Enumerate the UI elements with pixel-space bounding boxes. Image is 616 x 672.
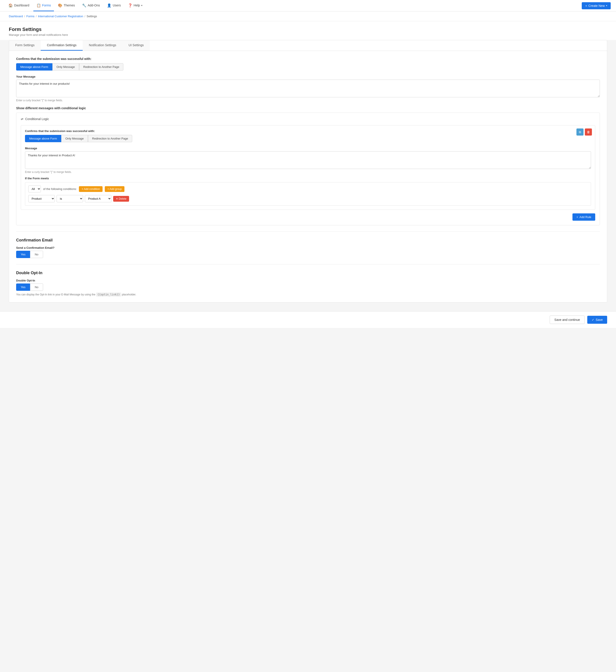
top-navigation: 🏠 Dashboard 📋 Forms 🎨 Themes 🔧 Add-Ons 👤…	[0, 0, 616, 11]
save-label: Save	[596, 318, 603, 321]
rule-type-group: Message above Form Only Message Redirect…	[25, 135, 591, 142]
nav-item-forms[interactable]: 📋 Forms	[33, 0, 54, 11]
users-icon: 👤	[107, 3, 111, 8]
save-check-icon: ✓	[592, 318, 594, 321]
condition-operator-select[interactable]: is	[57, 195, 83, 202]
if-form-meets-label: If the Form meets	[25, 177, 591, 180]
breadcrumb-form-name[interactable]: International Customer Registration	[38, 15, 83, 18]
double-optin-hint: You can display the Opt-In link in your …	[16, 293, 600, 296]
delete-rule-button[interactable]: 🗑	[585, 128, 592, 135]
help-chevron-icon: ▾	[141, 4, 142, 7]
send-confirmation-email-label: Send a Confirmation Email?	[16, 246, 600, 249]
main-content: Form Settings Confirmation Settings Noti…	[0, 40, 616, 311]
save-and-continue-button[interactable]: Save and continue	[550, 315, 585, 324]
your-message-label: Your Message	[16, 75, 600, 78]
btn-only-message[interactable]: Only Message	[52, 63, 79, 71]
breadcrumb-forms[interactable]: Forms	[26, 15, 34, 18]
tab-notification-settings[interactable]: Notification Settings	[83, 40, 122, 51]
of-following-text: of the following conditions:	[43, 187, 77, 191]
divider-2	[16, 264, 600, 264]
nav-item-addons[interactable]: 🔧 Add-Ons	[79, 0, 103, 11]
nav-themes-label: Themes	[64, 4, 75, 7]
your-message-hint: Enter a curly bracket "{" to merge field…	[16, 99, 600, 102]
tabs-container: Form Settings Confirmation Settings Noti…	[9, 40, 607, 302]
conditional-logic-header: ⇄ Conditional Logic	[21, 117, 595, 121]
add-rule-row: + Add Rule	[21, 213, 595, 221]
page-title: Form Settings	[9, 27, 607, 32]
breadcrumb-dashboard[interactable]: Dashboard	[9, 15, 23, 18]
rule-message-textarea[interactable]: Thanks for your interest in Product A!	[25, 151, 591, 169]
double-optin-label: Double Opt-In	[16, 279, 600, 282]
breadcrumb-sep-2: /	[36, 15, 37, 18]
double-optin-yes-button[interactable]: Yes	[16, 283, 30, 291]
rule-message-label: Message	[25, 147, 591, 150]
confirmation-email-no-button[interactable]: No	[30, 251, 43, 258]
tab-confirmation-settings[interactable]: Confirmation Settings	[41, 40, 83, 51]
all-select[interactable]: All	[28, 185, 41, 192]
nav-addons-label: Add-Ons	[88, 4, 100, 7]
tab-ui-settings[interactable]: UI Settings	[122, 40, 150, 51]
rule-message-hint: Enter a curly bracket "{" to merge field…	[25, 170, 591, 173]
condition-field-select[interactable]: Product	[28, 195, 55, 202]
rule-btn-message-above-form[interactable]: Message above Form	[25, 135, 61, 142]
add-group-button[interactable]: + Add group	[105, 186, 124, 192]
conditional-section-title: Show different messages with conditional…	[16, 106, 600, 110]
nav-users-label: Users	[113, 4, 121, 7]
home-icon: 🏠	[8, 3, 13, 8]
page-footer: Save and continue ✓ Save	[0, 311, 616, 328]
divider-1	[16, 231, 600, 232]
rule-actions: ⧉ 🗑	[576, 128, 592, 135]
nav-item-users[interactable]: 👤 Users	[104, 0, 124, 11]
confirmation-tab-content: Confirms that the submission was success…	[9, 51, 607, 302]
rule-box: ⧉ 🗑 Confirms that the submission was suc…	[21, 125, 595, 210]
add-rule-button[interactable]: + Add Rule	[572, 213, 595, 221]
conditional-logic-label: Conditional Logic	[25, 117, 49, 121]
delete-condition-button[interactable]: ✕ Delete	[113, 196, 129, 202]
tab-form-settings[interactable]: Form Settings	[9, 40, 41, 51]
create-new-chevron-icon: ▾	[606, 4, 607, 7]
copy-rule-button[interactable]: ⧉	[576, 128, 584, 135]
breadcrumb-sep-1: /	[24, 15, 25, 18]
breadcrumb: Dashboard / Forms / International Custom…	[0, 11, 616, 21]
optin-placeholder: {{optin_link}}	[96, 292, 121, 296]
create-new-label: Create New	[588, 4, 605, 8]
breadcrumb-sep-3: /	[84, 15, 85, 18]
add-condition-button[interactable]: + Add condition	[79, 186, 102, 192]
conditions-box: All of the following conditions: + Add c…	[25, 182, 591, 206]
page-subtitle: Manage your form and email notifications…	[9, 33, 607, 36]
create-new-button[interactable]: + Create New ▾	[582, 2, 611, 9]
btn-message-above-form[interactable]: Message above Form	[16, 63, 52, 71]
double-optin-yes-no: Yes No	[16, 283, 600, 291]
confirmation-type-group: Message above Form Only Message Redirect…	[16, 63, 600, 71]
double-optin-title: Double Opt-In	[16, 271, 600, 275]
nav-item-dashboard[interactable]: 🏠 Dashboard	[5, 0, 32, 11]
nav-forms-label: Forms	[42, 4, 51, 7]
rule-btn-only-message[interactable]: Only Message	[61, 135, 88, 142]
confirmation-email-title: Confirmation Email	[16, 238, 600, 242]
save-button[interactable]: ✓ Save	[587, 316, 607, 324]
themes-icon: 🎨	[58, 3, 62, 8]
breadcrumb-current: Settings	[87, 15, 97, 18]
confirmation-email-yes-button[interactable]: Yes	[16, 251, 30, 258]
page-header: Form Settings Manage your form and email…	[0, 21, 616, 40]
your-message-textarea[interactable]: Thanks for your interest in our products…	[16, 80, 600, 97]
btn-redirection[interactable]: Redirection to Another Page	[79, 63, 124, 71]
add-rule-label: Add Rule	[580, 215, 591, 219]
confirmation-email-yes-no: Yes No	[16, 251, 600, 258]
help-icon: ❓	[128, 3, 132, 8]
nav-left: 🏠 Dashboard 📋 Forms 🎨 Themes 🔧 Add-Ons 👤…	[5, 0, 145, 11]
nav-item-help[interactable]: ❓ Help ▾	[125, 0, 146, 11]
nav-help-label: Help	[134, 4, 140, 7]
tabs-header: Form Settings Confirmation Settings Noti…	[9, 40, 607, 51]
nav-dashboard-label: Dashboard	[14, 4, 29, 7]
confirms-label: Confirms that the submission was success…	[16, 57, 600, 61]
double-optin-no-button[interactable]: No	[30, 283, 43, 291]
rule-btn-redirection[interactable]: Redirection to Another Page	[88, 135, 132, 142]
conditions-header: All of the following conditions: + Add c…	[28, 185, 588, 192]
addons-icon: 🔧	[82, 3, 86, 8]
nav-item-themes[interactable]: 🎨 Themes	[55, 0, 78, 11]
rule-confirms-label: Confirms that the submission was success…	[25, 129, 591, 133]
forms-icon: 📋	[36, 3, 41, 8]
condition-value-select[interactable]: Product A	[85, 195, 111, 202]
create-new-plus-icon: +	[585, 4, 587, 8]
